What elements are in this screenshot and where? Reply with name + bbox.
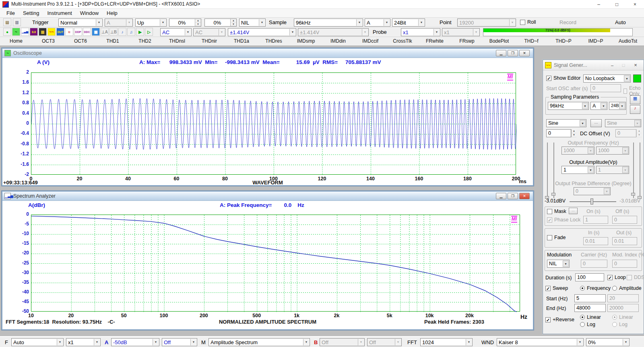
spinner-buttons[interactable]: ▲▼ [230,19,236,26]
maximize-button[interactable]: □ [608,0,626,9]
tab-thd~f[interactable]: THD~f [515,37,547,45]
minimize-button[interactable]: ▁ [496,193,506,199]
ddp-viewer-icon[interactable]: DDP [74,28,82,36]
mask-checkbox[interactable]: Mask [547,209,566,214]
window-fn-select[interactable]: Kaiser 8▼ [497,338,584,346]
open-file-icon[interactable]: ▤ [3,18,11,26]
range-a-select[interactable]: ±1.414V▼ [228,28,296,36]
dc-offset-a-input[interactable]: 0 [546,129,571,137]
menu-window[interactable]: Window [76,9,103,18]
sweep-amplitude-radio[interactable]: Amplitude [612,285,642,291]
multimeter-icon[interactable]: 8.8 [30,28,38,36]
play-record-icon[interactable]: ▷ [145,28,153,36]
a-shift-select[interactable]: Off▼ [162,338,197,346]
tab-imddin[interactable]: IMDdin [322,37,354,45]
probe-a-select[interactable]: x1▼ [401,28,440,36]
loopback-select[interactable]: No Loopback▼ [583,74,631,83]
tab-crosstlk[interactable]: CrossTlk [386,37,419,45]
spectrum-titlebar[interactable]: ▁▃▅ Spectrum Analyzer ▁ ❐ ✕ [2,192,533,201]
menu-instrument[interactable]: Instrument [43,9,76,18]
slider-handle[interactable] [551,193,555,196]
sg-sample-rate-select[interactable]: 96kHz▼ [548,102,589,110]
sg-channel-select[interactable]: A▼ [590,102,607,110]
oscilloscope-titlebar[interactable]: ~ Oscilloscope ▁ ❐ ✕ [2,49,533,58]
tab-thd1[interactable]: THD1 [97,37,129,45]
play-icon[interactable]: ▶ [136,28,144,36]
auto-button[interactable]: Auto [615,19,626,25]
tab-imdsmp[interactable]: IMDsmp [290,37,322,45]
tab-frwhite[interactable]: FRwhite [419,37,451,45]
freq-axis-select[interactable]: Auto▼ [11,338,64,346]
tab-thdres[interactable]: THDres [258,37,290,45]
a-range-select[interactable]: -50dB▼ [111,338,159,346]
tab-thd2[interactable]: THD2 [129,37,161,45]
sweep-log-a-radio[interactable]: Log [580,322,595,327]
waveform-a-select[interactable]: Sine▼ [546,119,586,127]
sg-bits-select[interactable]: 24Bit▼ [609,102,626,110]
sweep-start-a-input[interactable]: 5 [574,294,606,302]
mode-select[interactable]: Amplitude Spectrum▼ [208,338,310,346]
calibration-icon[interactable]: ♪ [118,28,126,36]
play-note-button[interactable]: ♪ [630,105,640,114]
freq-mult-select[interactable]: x1▼ [66,338,101,346]
sample-channel-select[interactable]: A▼ [365,19,390,27]
overlap-select[interactable]: 0%▼ [586,338,630,346]
cursor-reader-a-icon[interactable]: ⊥A [101,28,109,36]
tab-thdnsl[interactable]: THDnsl [161,37,193,45]
amplitude-slider-a2[interactable] [553,143,554,198]
save-signal-button[interactable]: ▦ [630,95,640,104]
maximize-button[interactable]: ❐ [508,193,518,199]
device-under-test-icon[interactable]: DUT [56,28,64,36]
modulation-select[interactable]: NIL▼ [547,260,570,268]
ddc-viewer-icon[interactable]: DDC [83,28,91,36]
trigger-level-spinner[interactable]: 0%▲▼ [169,19,201,27]
fft-size-select[interactable]: 1024▼ [420,338,473,346]
sweep-end-a-input[interactable]: 48000 [574,304,606,312]
amplitude-slider-b1[interactable] [633,143,634,198]
run-icon[interactable]: ● [3,28,11,36]
close-button[interactable]: × [626,0,644,9]
reverse-checkbox[interactable]: ✓+Reverse [545,317,574,322]
spinner-buttons[interactable]: ▲▼ [195,19,201,26]
spectrum-plot[interactable]: MI [31,215,520,312]
menu-help[interactable]: Help [103,9,122,18]
close-button[interactable]: × [631,62,640,69]
trigger-hpf-select[interactable]: NIL▼ [239,19,266,27]
output-on-button[interactable] [633,74,641,83]
amplitude-slider-a1[interactable] [547,143,548,198]
spectrum-analyzer-icon[interactable]: ▁▃▅ [21,28,29,36]
tab-thd1a[interactable]: THD1a [225,37,258,45]
waveform-plot[interactable]: MI [31,72,516,175]
tab-audiotst[interactable]: AudioTst [612,37,644,45]
spectrum-3d-plot-icon[interactable]: ▦ [39,28,47,36]
waveform-editor-button[interactable]: ... [590,119,602,127]
minimize-button[interactable]: ▁ [496,50,506,56]
spinner-buttons[interactable]: ▲▼ [571,129,576,137]
cursor-reader-b-icon[interactable]: ⊥B [109,28,118,36]
save-file-icon[interactable]: ▥ [13,18,21,26]
tab-frswp[interactable]: FRswp [451,37,483,45]
sweep-checkbox[interactable]: ✓Sweep [545,285,568,291]
coupling-a-select[interactable]: AC▼ [160,28,192,36]
trigger-edge-select[interactable]: Up▼ [135,19,167,27]
sample-rate-select[interactable]: 96kHz▼ [294,19,363,27]
close-button[interactable]: ✕ [519,193,530,199]
sample-bits-select[interactable]: 24Bit▼ [392,19,425,27]
minimize-button[interactable]: – [607,62,617,69]
derived-data-curves-icon[interactable]: ≈ [65,28,73,36]
tab-bodeplot[interactable]: BodePlot [483,37,515,45]
tab-oct6[interactable]: OCT6 [64,37,97,45]
loop-checkbox[interactable]: ✓Loop [607,275,626,280]
fade-checkbox[interactable]: Fade [547,235,566,240]
slider-handle[interactable] [631,193,635,196]
trigger-mode-select[interactable]: Normal▼ [58,19,103,27]
signal-generator-titlebar[interactable]: ~~ Signal Gener... – □ × [543,60,644,70]
menu-setting[interactable]: Setting [19,9,43,18]
oscilloscope-icon[interactable]: ~ [12,28,20,36]
maximize-button[interactable]: ❐ [508,50,518,56]
tab-home[interactable]: Home [0,37,32,45]
amplitude-slider-b2[interactable] [640,143,640,198]
sweep-frequency-radio[interactable]: Frequency [580,285,611,291]
roll-checkbox[interactable]: Roll [520,19,536,25]
balance-slider-handle[interactable] [590,198,593,204]
